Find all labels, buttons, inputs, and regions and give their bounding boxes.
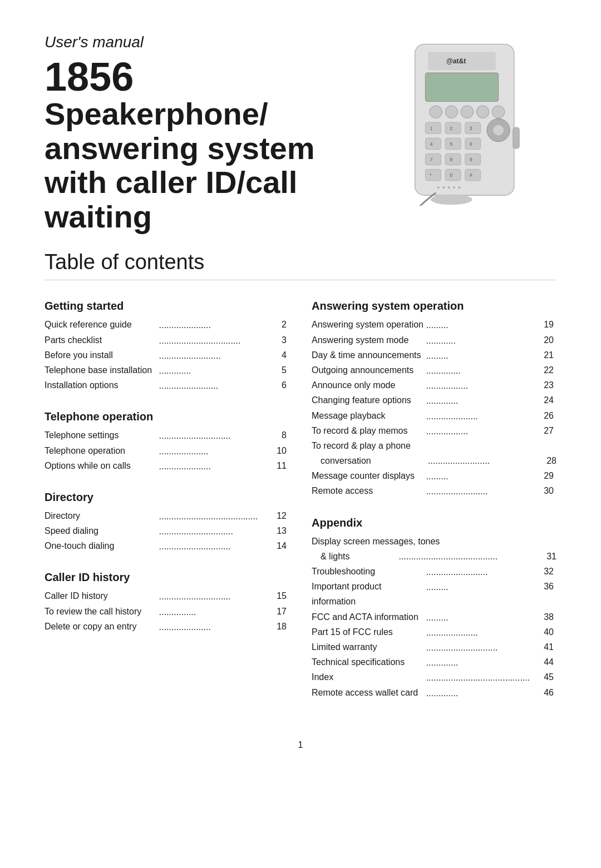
dots: .................................: [159, 333, 272, 348]
entry-page: 8: [273, 428, 287, 443]
list-item: Installation options ...................…: [45, 378, 289, 393]
entry-text: Telephone settings: [45, 428, 157, 443]
phone-image-container: @at&t 1 2 3: [367, 33, 556, 211]
list-item: Message playback ..................... 2…: [312, 408, 556, 423]
svg-text:@at&t: @at&t: [446, 57, 466, 65]
dots: ........................................: [398, 549, 497, 564]
entry-text: Parts checklist: [45, 333, 157, 348]
svg-point-40: [453, 186, 455, 189]
entry-page: 29: [540, 468, 554, 483]
list-item: Caller ID history ......................…: [45, 588, 289, 603]
svg-rect-4: [425, 73, 498, 102]
toc-right-column: Answering system operation Answering sys…: [312, 300, 556, 717]
entry-page: 41: [540, 639, 554, 654]
entry-page: 13: [273, 523, 287, 538]
page-number: 1: [45, 740, 556, 750]
list-item: Announce only mode ................. 23: [312, 378, 556, 393]
dots: ...............: [159, 604, 272, 619]
entry-text: FCC and ACTA information: [312, 609, 424, 624]
dots: .....................: [426, 625, 539, 640]
dots: .............................: [159, 589, 272, 604]
dots: .........: [426, 318, 539, 333]
svg-point-37: [437, 186, 440, 189]
list-item: Answering system operation ......... 19: [312, 317, 556, 332]
list-item: Before you install .....................…: [45, 348, 289, 363]
entry-page: 26: [540, 408, 554, 423]
dots: .....................: [159, 459, 272, 474]
list-item: Remote access ......................... …: [312, 483, 556, 498]
svg-point-8: [476, 106, 489, 118]
entry-text: Announce only mode: [312, 378, 424, 393]
entry-text: Before you install: [45, 348, 157, 363]
dots: .....................: [426, 409, 539, 424]
list-item: Options while on calls .................…: [45, 458, 289, 473]
dots: .........: [426, 348, 539, 363]
svg-point-9: [492, 106, 505, 118]
list-item: Message counter displays ......... 29: [312, 468, 556, 483]
svg-text:7: 7: [430, 157, 433, 162]
entry-page: 30: [540, 483, 554, 498]
entry-text: Part 15 of FCC rules: [312, 624, 424, 639]
entry-page: 20: [540, 333, 554, 348]
list-item: To review the call history .............…: [45, 604, 289, 619]
list-item: Telephone base installation ............…: [45, 363, 289, 378]
dots: .........................: [426, 484, 539, 499]
entry-text: To review the call history: [45, 604, 157, 619]
dots: ....................: [159, 444, 272, 459]
list-item: Limited warranty .......................…: [312, 639, 556, 654]
toc-section-title-answering: Answering system operation: [312, 300, 556, 313]
list-item: To record & play memos .................…: [312, 423, 556, 438]
dots: .....................: [159, 619, 272, 634]
svg-point-7: [461, 106, 474, 118]
svg-rect-32: [465, 169, 481, 181]
list-item: Answering system mode ............ 20: [312, 333, 556, 348]
svg-point-1: [431, 194, 472, 205]
svg-text:4: 4: [430, 141, 433, 147]
svg-text:#: #: [470, 172, 472, 178]
toc-section-title-directory: Directory: [45, 491, 289, 504]
list-item: Telephone operation ....................…: [45, 443, 289, 458]
entry-page: 14: [273, 538, 287, 553]
entry-page: 6: [273, 378, 287, 393]
entry-text: Message playback: [312, 408, 424, 423]
dots: .........: [426, 610, 539, 625]
dots: .........................: [159, 348, 272, 363]
dots: .........: [426, 579, 539, 609]
svg-text:1: 1: [430, 126, 433, 131]
entry-text: Installation options: [45, 378, 157, 393]
entry-page: 12: [273, 508, 287, 523]
svg-text:0: 0: [450, 172, 452, 178]
entry-page: 3: [273, 333, 287, 348]
entry-text: Delete or copy an entry: [45, 619, 157, 634]
list-item: Part 15 of FCC rules ...................…: [312, 624, 556, 639]
dots: .............: [159, 363, 272, 378]
entry-text: One-touch dialing: [45, 538, 157, 553]
list-item: Quick reference guide ..................…: [45, 317, 289, 332]
entry-page: 23: [540, 378, 554, 393]
list-item: Telephone settings .....................…: [45, 428, 289, 443]
toc-columns: Getting started Quick reference guide ..…: [45, 300, 556, 717]
entry-page: 24: [540, 393, 554, 408]
entry-text: Limited warranty: [312, 639, 424, 654]
entry-page: 46: [540, 685, 554, 700]
header-section: User's manual 1856 Speakerphone/ answeri…: [45, 33, 556, 234]
entry-page: 5: [273, 363, 287, 378]
entry-page: 4: [273, 348, 287, 363]
entry-text: Day & time announcements: [312, 348, 424, 363]
list-item: Changing feature options ............. 2…: [312, 393, 556, 408]
toc-section-getting-started: Getting started Quick reference guide ..…: [45, 300, 289, 393]
svg-rect-20: [465, 138, 481, 150]
dots: ........................: [159, 378, 272, 393]
dots: .............................: [159, 428, 272, 443]
toc-section-title-telephone: Telephone operation: [45, 410, 289, 423]
entry-page: 15: [273, 588, 287, 603]
entry-page: 45: [540, 669, 554, 685]
toc-left-column: Getting started Quick reference guide ..…: [45, 300, 289, 717]
toc-section-telephone-operation: Telephone operation Telephone settings .…: [45, 410, 289, 473]
page: User's manual 1856 Speakerphone/ answeri…: [0, 0, 601, 868]
toc-section-directory: Directory Directory ....................…: [45, 491, 289, 554]
svg-rect-14: [465, 122, 481, 134]
svg-rect-18: [425, 138, 441, 150]
entry-text: Important product information: [312, 579, 424, 609]
list-item: Speed dialing ..........................…: [45, 523, 289, 538]
